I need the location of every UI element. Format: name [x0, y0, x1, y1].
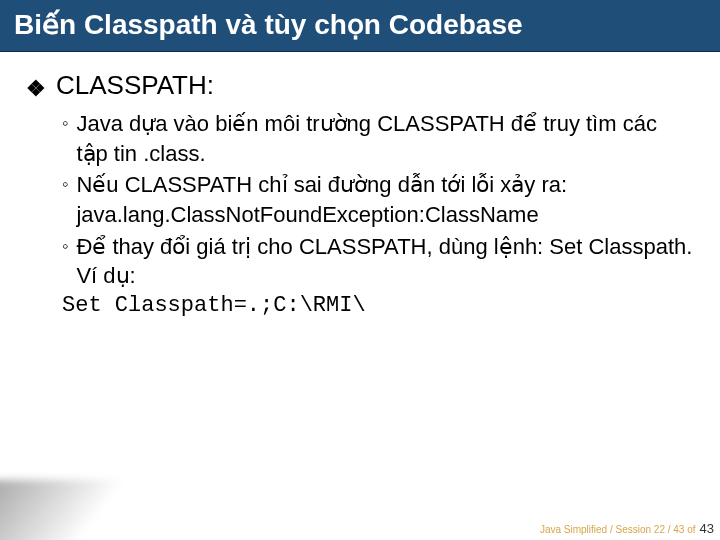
code-example: Set Classpath=.;C:\RMI\ — [26, 293, 694, 318]
heading-row: ❖ CLASSPATH: — [26, 70, 694, 101]
list-item-text: Nếu CLASSPATH chỉ sai đường dẫn tới lỗi … — [76, 170, 694, 229]
slide-title: Biến Classpath và tùy chọn Codebase — [14, 9, 523, 40]
list-item-text: Java dựa vào biến môi trường CLASSPATH đ… — [76, 109, 694, 168]
list-item: ◦ Nếu CLASSPATH chỉ sai đường dẫn tới lỗ… — [62, 170, 694, 229]
list-item-text: Để thay đổi giá trị cho CLASSPATH, dùng … — [76, 232, 694, 291]
slide-content: ❖ CLASSPATH: ◦ Java dựa vào biến môi trư… — [0, 52, 720, 318]
decorative-shadow — [0, 480, 170, 540]
page-number: 43 — [700, 521, 714, 536]
slide-footer: Java Simplified / Session 22 / 43 of 43 — [540, 521, 714, 536]
list-item: ◦ Java dựa vào biến môi trường CLASSPATH… — [62, 109, 694, 168]
footer-text: Java Simplified / Session 22 / 43 of — [540, 524, 696, 535]
ring-bullet-icon: ◦ — [62, 232, 68, 261]
heading-bullet-icon: ❖ — [26, 78, 46, 100]
heading-text: CLASSPATH: — [56, 70, 214, 101]
bullet-list: ◦ Java dựa vào biến môi trường CLASSPATH… — [26, 109, 694, 291]
list-item: ◦ Để thay đổi giá trị cho CLASSPATH, dùn… — [62, 232, 694, 291]
ring-bullet-icon: ◦ — [62, 109, 68, 138]
ring-bullet-icon: ◦ — [62, 170, 68, 199]
slide-title-bar: Biến Classpath và tùy chọn Codebase — [0, 0, 720, 52]
